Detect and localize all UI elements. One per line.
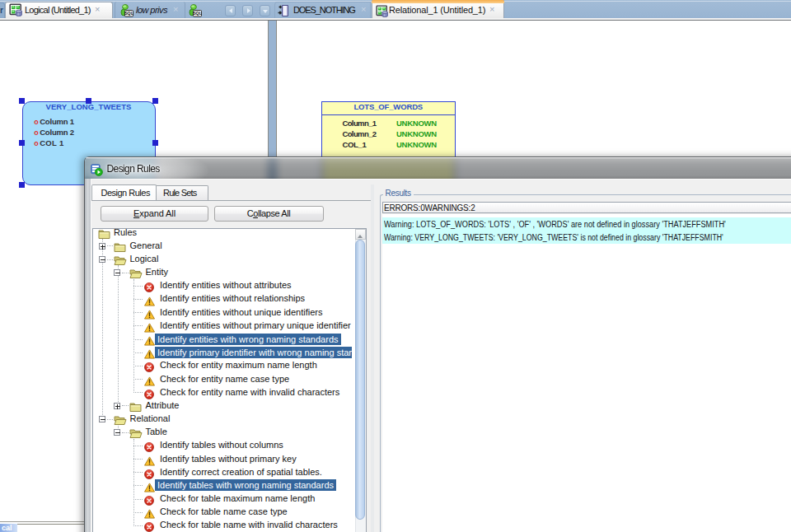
svg-text:SQL: SQL — [193, 11, 202, 16]
svg-text:SQL: SQL — [124, 11, 133, 16]
